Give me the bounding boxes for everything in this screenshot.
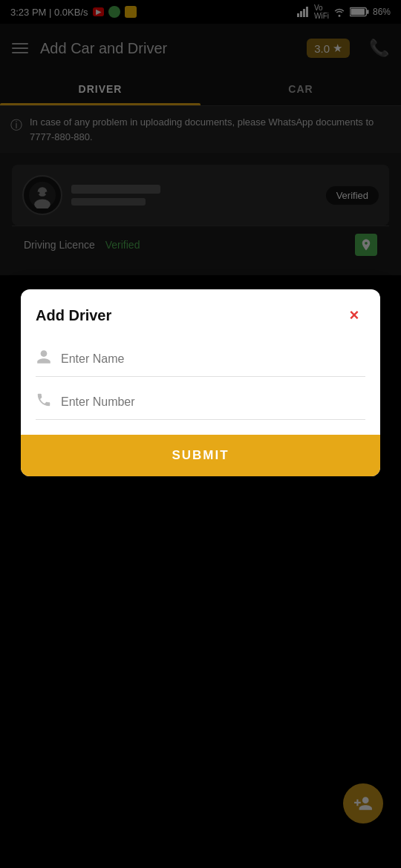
person-icon [36,349,52,369]
name-input[interactable] [61,349,365,369]
phone-input-row [36,384,365,420]
add-driver-modal: Add Driver × SUBMIT [21,289,380,476]
phone-input-icon [36,392,52,412]
modal-close-button[interactable]: × [343,304,365,326]
modal-header: Add Driver × [21,289,380,334]
modal-body [21,334,380,420]
name-input-row [36,341,365,377]
submit-button[interactable]: SUBMIT [21,435,380,476]
modal-title: Add Driver [36,307,111,324]
phone-input[interactable] [61,392,365,412]
